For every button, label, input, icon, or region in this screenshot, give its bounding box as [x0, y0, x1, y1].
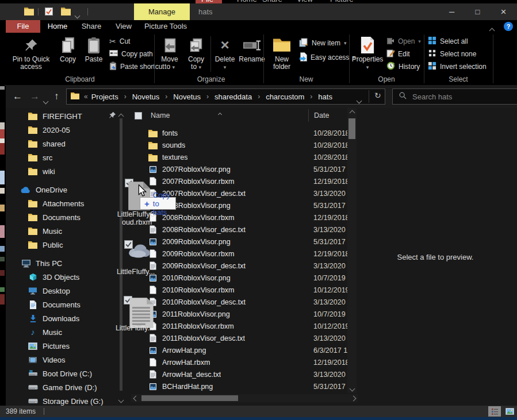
pin-to-quick-access-button[interactable]: Pin to Quickaccess	[7, 34, 55, 71]
cut-button[interactable]: ✂ Cut	[109, 36, 130, 47]
file-row[interactable]: 2007RobloxVisor.rbxm 12/19/2018	[131, 175, 349, 187]
breadcrumb-separator-icon[interactable]: ›	[160, 93, 172, 101]
rename-button[interactable]: Rename	[238, 34, 266, 63]
scroll-up-icon[interactable]	[347, 108, 357, 117]
tab-file[interactable]: File	[6, 20, 40, 33]
breadcrumb-overflow-indicator[interactable]: «	[84, 93, 88, 101]
column-header-name[interactable]: Name	[151, 111, 170, 120]
file-row[interactable]: 2011RobloxVisor.rbxm 10/12/2019	[131, 320, 349, 332]
checkbox-icon[interactable]	[45, 7, 53, 18]
file-row[interactable]: 2010RobloxVisor_desc.txt 3/13/2020 8	[131, 296, 349, 308]
file-row[interactable]: 2010RobloxVisor.png 10/7/2019 3	[131, 272, 349, 284]
new-item-button[interactable]: New item ▾	[299, 37, 347, 49]
qat-dropdown-icon[interactable]	[75, 10, 79, 20]
select-all-checkbox[interactable]	[135, 112, 142, 121]
thumbnail-view-button[interactable]	[503, 406, 516, 417]
breadcrumb-item-shareddata[interactable]: shareddata	[213, 93, 253, 101]
breadcrumb-separator-icon[interactable]: ›	[305, 93, 317, 101]
address-dropdown-icon[interactable]	[357, 95, 361, 105]
sidebar-item-music[interactable]: ♪ Music	[6, 325, 117, 339]
sidebar-item-wiki[interactable]: wiki	[6, 164, 117, 178]
copy-button[interactable]: Copy	[55, 34, 81, 63]
file-row[interactable]: ArrowHat_desc.txt 3/13/2020 8	[131, 368, 349, 380]
sidebar-item-music[interactable]: Music	[6, 224, 117, 238]
minimize-button[interactable]: ─	[439, 3, 465, 20]
history-button[interactable]: History	[386, 61, 420, 72]
file-row[interactable]: 2009RobloxVisor_desc.txt 3/13/2020 8	[131, 260, 349, 272]
sidebar-item-attachments[interactable]: Attachments	[6, 196, 117, 210]
search-input[interactable]	[411, 92, 505, 102]
breadcrumb-item-novetus[interactable]: Novetus	[172, 93, 202, 101]
scroll-down-icon[interactable]	[119, 394, 123, 404]
sidebar-item-downloads[interactable]: Downloads	[6, 311, 117, 325]
select-none-button[interactable]: Select none	[428, 48, 476, 60]
file-row[interactable]: 2011RobloxVisor.png 10/7/2019 3	[131, 308, 349, 320]
sidebar-item-2020-05[interactable]: 2020-05	[6, 123, 117, 137]
file-row[interactable]: ArrowHat.rbxm 12/19/2018	[131, 356, 349, 368]
file-row[interactable]: 2008RobloxVisor_desc.txt 3/13/2020 8	[131, 224, 349, 236]
invert-selection-button[interactable]: Invert selection	[428, 61, 487, 72]
back-arrow-icon[interactable]: ←	[13, 85, 22, 108]
scrollbar-thumb[interactable]	[141, 395, 238, 401]
folder-icon[interactable]	[24, 7, 34, 18]
scroll-right-icon[interactable]	[349, 394, 358, 403]
sidebar-item-public[interactable]: Public	[6, 238, 117, 252]
scrollbar-thumb[interactable]	[349, 118, 355, 139]
breadcrumb-separator-icon[interactable]: ›	[253, 93, 265, 101]
copy-path-button[interactable]: Copy path	[109, 48, 153, 60]
sidebar-item-this-pc[interactable]: This PC	[6, 256, 117, 270]
breadcrumb-separator-icon[interactable]: ›	[202, 93, 213, 101]
up-arrow-icon[interactable]: ↑	[54, 85, 59, 108]
file-row[interactable]: 2010RobloxVisor.rbxm 10/12/2019	[131, 284, 349, 296]
forward-arrow-icon[interactable]: →	[30, 85, 40, 108]
tab-share[interactable]: Share	[75, 20, 108, 33]
copy-to-button[interactable]: Copyto ▾	[183, 34, 209, 71]
sidebar-item-game-drive-d[interactable]: Game Drive (D:)	[6, 380, 117, 394]
sidebar-item-shared[interactable]: shared	[6, 137, 117, 151]
file-list-hscrollbar[interactable]	[131, 394, 358, 402]
file-row[interactable]: 2009RobloxVisor.png 5/31/2017 7	[131, 236, 349, 248]
new-folder-button[interactable]: Newfolder	[267, 34, 297, 71]
file-row[interactable]: 2011RobloxVisor_desc.txt 3/13/2020 8	[131, 332, 349, 344]
properties-button[interactable]: Properties▾	[351, 34, 384, 71]
sidebar-item-desktop[interactable]: Desktop	[6, 284, 117, 298]
delete-button[interactable]: × Delete▾	[212, 34, 238, 71]
file-row[interactable]: 2009RobloxVisor.rbxm 12/19/2018	[131, 248, 349, 260]
sidebar-item-3d-objects[interactable]: 3D Objects	[6, 270, 117, 284]
column-divider[interactable]	[308, 109, 309, 122]
maximize-button[interactable]: □	[465, 3, 491, 20]
recent-locations-icon[interactable]	[44, 95, 48, 106]
address-bar[interactable]: « Projects›Novetus›Novetus›shareddata›ch…	[66, 88, 385, 105]
paste-button[interactable]: Paste	[81, 34, 107, 63]
close-button[interactable]: ×	[491, 3, 516, 20]
sidebar-item-onedrive[interactable]: OneDrive	[6, 183, 117, 196]
folder-icon[interactable]	[61, 7, 71, 18]
refresh-icon[interactable]: ↻	[374, 91, 381, 100]
scrollbar-thumb[interactable]	[120, 118, 122, 391]
tab-home[interactable]: Home	[40, 20, 75, 33]
details-view-button[interactable]	[488, 406, 501, 417]
edit-button[interactable]: Edit	[386, 48, 410, 60]
easy-access-button[interactable]: Easy access ▾	[299, 52, 355, 63]
file-list-vscrollbar[interactable]	[347, 108, 357, 393]
tab-picture-tools[interactable]: Picture Tools	[139, 20, 192, 33]
sidebar-item-boot-drive-c[interactable]: Boot Drive (C:)	[6, 367, 117, 380]
sidebar-item-documents[interactable]: Documents	[6, 210, 117, 224]
scroll-down-icon[interactable]	[347, 384, 357, 393]
column-header-date[interactable]: Date	[314, 111, 329, 120]
breadcrumb-separator-icon[interactable]: ›	[120, 93, 131, 101]
file-row[interactable]: ArrowHat.png 6/3/2017 11	[131, 344, 349, 356]
file-row[interactable]: sounds 10/28/2018	[131, 139, 349, 151]
sidebar-item-documents[interactable]: Documents	[6, 298, 117, 311]
breadcrumb-item-charcustom[interactable]: charcustom	[265, 93, 305, 101]
breadcrumb-item-novetus[interactable]: Novetus	[131, 93, 161, 101]
file-row[interactable]: textures 10/28/2018	[131, 151, 349, 163]
sidebar-item-src[interactable]: src	[6, 151, 117, 164]
breadcrumb-item-hats[interactable]: hats	[317, 93, 334, 101]
scroll-left-icon[interactable]	[131, 394, 140, 403]
tab-view[interactable]: View	[108, 20, 139, 33]
select-all-button[interactable]: Select all	[428, 36, 468, 47]
search-box[interactable]	[392, 88, 517, 105]
contextual-tab-manage[interactable]: Manage	[134, 3, 190, 20]
file-row[interactable]: BCHardHat.png 5/31/2017 7	[131, 380, 349, 392]
